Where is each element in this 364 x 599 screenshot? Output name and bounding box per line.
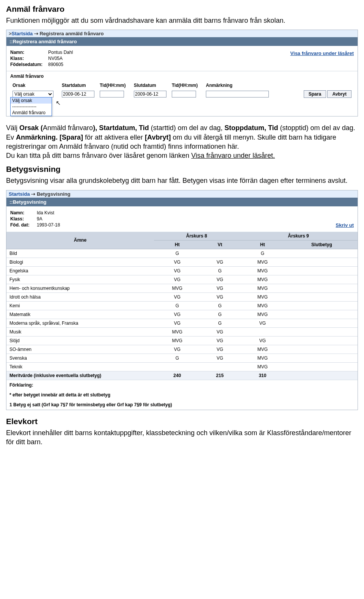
table-row: KemiGGMVG [6,301,358,310]
section-intro-elevkort: Elevkort innehåller ditt barns kontaktup… [6,428,358,447]
grade-cell: MVG [239,258,286,266]
subject-cell: Biologi [6,258,154,266]
table-row: BildGG [6,249,358,258]
panel-titlebar-betyg: ::Betygsvisning [6,198,358,206]
grade-cell: MVG [239,275,286,284]
subject-cell: Svenska [6,354,154,362]
cursor-icon: ↖ [56,99,61,107]
explanation-1: * efter betyget innebär att detta är ett… [6,390,358,400]
table-row: BiologiVGVGMVG [6,258,358,266]
table-row: TeknikMVG [6,362,358,371]
subject-cell: SO-ämnen [6,345,154,354]
grade-cell: VG [201,336,239,345]
merit-ht8: 240 [154,371,201,380]
grade-cell: VG [201,292,239,301]
grade-cell: G [201,266,239,275]
grade-cell: MVG [239,284,286,292]
col-startdatum: Startdatum [60,82,97,89]
dropdown-option-anmald[interactable]: Anmäld frånvaro [11,110,52,116]
grade-cell [286,362,358,371]
section-title-betyg: Betygsvisning [6,165,358,174]
breadcrumb-root-betyg[interactable]: Startsida [9,191,30,197]
grade-cell: MVG [239,266,286,275]
table-row: MatematikVGGMVG [6,310,358,319]
grade-cell: VG [201,275,239,284]
explanation-label: Förklaring: [6,380,358,390]
th-arskurs8: Årskurs 8 [154,232,239,241]
grade-cell: VG [201,345,239,354]
col-orsak: Orsak [11,82,60,89]
section-intro-anmal: Funktionen möjliggör att du som vårdnads… [6,16,358,25]
grade-cell: MVG [239,345,286,354]
subject-cell: Moderna språk, språkval, Franska [6,319,154,327]
grade-cell: VG [154,319,201,327]
table-row: Moderna språk, språkval, FranskaVGGVG [6,319,358,327]
grade-cell: VG [154,292,201,301]
grade-cell [286,354,358,362]
breadcrumb: >Startsida ⇢ Registrera anmäld frånvaro [6,30,358,37]
breadcrumb-root[interactable]: Startsida [12,31,33,36]
grade-cell [286,249,358,258]
grade-cell [286,301,358,310]
grade-cell [201,249,239,258]
betyg-class-label: Klass: [10,216,37,222]
grade-cell: VG [154,345,201,354]
subject-cell: Bild [6,249,154,258]
table-row: SvenskaGVGMVG [6,354,358,362]
input-sluttid[interactable] [172,91,196,97]
dob-label: Födelsedatum: [10,62,48,67]
select-orsak[interactable]: Välj orsak [13,91,53,97]
grade-cell [286,336,358,345]
grade-cell [286,275,358,284]
col-starttid: Tid(HH:mm) [98,82,132,89]
subject-cell: Teknik [6,362,154,371]
th-amne: Ämne [6,232,154,249]
grade-cell [286,292,358,301]
grade-cell [286,345,358,354]
grade-cell: VG [201,354,239,362]
breadcrumb-leaf: Registrera anmäld frånvaro [39,31,104,36]
grade-cell: VG [154,310,201,319]
breadcrumb-leaf-betyg: Betygsvisning [37,191,71,197]
grade-cell: MVG [239,354,286,362]
grade-cell: G [239,249,286,258]
grade-cell [286,266,358,275]
grade-cell: G [201,319,239,327]
link-inline-visa-franvaro[interactable]: Visa frånvaro under läsåret. [191,152,275,159]
breadcrumb-prefix: > [9,31,12,36]
name-value: Pontus Dahl [48,50,73,55]
input-startdatum[interactable] [62,91,94,97]
link-visa-franvaro[interactable]: Visa frånvaro under läsåret [290,50,354,56]
grade-cell [286,319,358,327]
grade-cell: MVG [154,284,201,292]
grade-cell: VG [201,258,239,266]
th-ht9: Ht [239,240,286,249]
th-arskurs9: Årskurs 9 [239,232,358,241]
cancel-button[interactable]: Avbryt [327,90,351,98]
grade-cell [286,310,358,319]
save-button[interactable]: Spara [304,90,326,98]
subject-cell: Musik [6,327,154,336]
table-row: Hem- och konsumentkunskapMVGVGMVG [6,284,358,292]
dropdown-orsak-popup[interactable]: Välj orsak ---------------- Anmäld frånv… [10,97,52,116]
subject-cell: Fysik [6,275,154,284]
link-skriv-ut[interactable]: Skriv ut [336,222,354,228]
subject-cell: Matematik [6,310,154,319]
col-anmarkning: Anmärkning [204,82,296,89]
betyg-name-value: Ida Kvist [37,210,54,215]
table-row: EngelskaVGGMVG [6,266,358,275]
input-slutdatum[interactable] [134,91,166,97]
dropdown-option-valj[interactable]: Välj orsak [11,97,52,104]
grade-cell: VG [154,275,201,284]
merit-slut [286,371,358,380]
breadcrumb-arrow-icon: ⇢ [34,31,40,36]
section-intro-betyg: Betygsvisning visar alla grundskolebetyg… [6,176,358,185]
grade-cell: G [201,310,239,319]
input-anmarkning[interactable] [206,91,269,97]
subject-cell: Hem- och konsumentkunskap [6,284,154,292]
grade-cell: MVG [239,301,286,310]
grade-cell [239,327,286,336]
subheader-anmal-franvaro: Anmäl frånvaro [6,71,358,80]
table-row: FysikVGVGMVG [6,275,358,284]
input-starttid[interactable] [100,91,124,97]
